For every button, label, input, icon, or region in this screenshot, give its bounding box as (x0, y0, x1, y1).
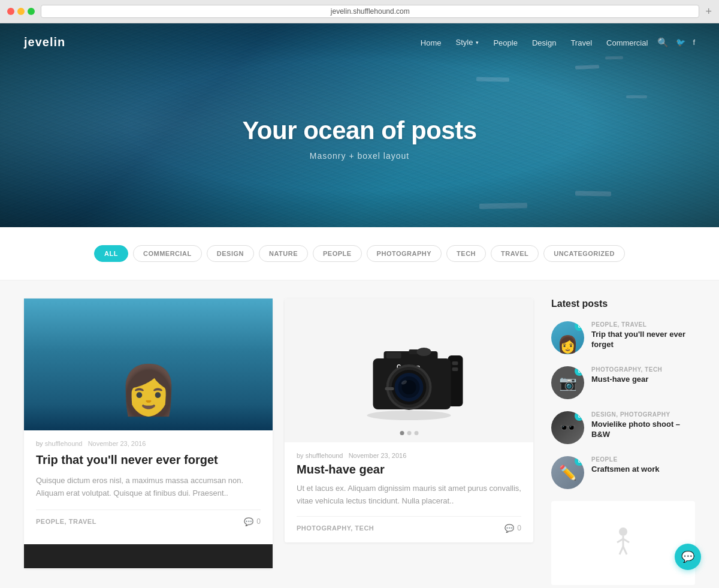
browser-dots (7, 8, 35, 15)
chat-button[interactable]: 💬 (675, 544, 701, 570)
nav-design[interactable]: Design (532, 38, 556, 47)
svg-rect-27 (385, 387, 394, 390)
post-1-date: November 23, 2016 (88, 440, 146, 447)
post-card-2-wrapper: Canon EOS 550 (285, 298, 533, 542)
latest-post-3-info: DESIGN, PHOTOGRAPHY Movielike photo shoo… (591, 411, 695, 440)
latest-post-3-badge: 0 (575, 411, 584, 421)
filter-commercial[interactable]: COMMERCIAL (133, 245, 202, 262)
filter-nature[interactable]: NATURE (259, 245, 308, 262)
latest-post-3-thumb[interactable]: 0 (551, 411, 584, 444)
chat-icon: 💬 (681, 550, 694, 563)
latest-post-2-title[interactable]: Must-have gear (591, 375, 662, 385)
svg-line-34 (620, 547, 623, 554)
svg-rect-28 (452, 361, 458, 365)
carousel-dot-2[interactable] (407, 431, 411, 435)
sidebar: Latest posts 0 PEOPLE, TRAVEL Trip that … (551, 298, 695, 585)
svg-rect-9 (144, 406, 153, 420)
post-1-comments[interactable]: 💬 0 (244, 517, 261, 526)
post-2-author: shufflehound (306, 452, 343, 459)
address-bar[interactable]: jevelin.shufflehound.com (41, 5, 699, 18)
svg-point-17 (417, 348, 431, 356)
post-1-image[interactable] (24, 298, 273, 430)
svg-rect-29 (452, 367, 458, 371)
nav-people[interactable]: People (493, 38, 517, 47)
latest-posts-title: Latest posts (551, 298, 695, 309)
hero-content: Your ocean of posts Masonry + boxel layo… (0, 61, 719, 227)
post-1-body: by shufflehound November 23, 2016 Trip t… (24, 430, 273, 538)
svg-point-6 (139, 380, 158, 395)
latest-post-2-info: PHOTOGRAPHY, TECH Must-have gear (591, 366, 662, 385)
nav-travel[interactable]: Travel (570, 38, 592, 47)
site-logo[interactable]: jevelin (24, 35, 65, 49)
nav-commercial[interactable]: Commercial (606, 38, 648, 47)
nav-style[interactable]: Style ▾ (456, 38, 479, 47)
latest-post-4-badge: 0 (575, 456, 584, 466)
filter-people[interactable]: PEOPLE (313, 245, 362, 262)
svg-rect-0 (24, 298, 273, 430)
post-1-title[interactable]: Trip that you'll never ever forget (36, 452, 261, 468)
post-1-tags[interactable]: PEOPLE, TRAVEL (36, 518, 96, 525)
latest-post-1-thumb[interactable]: 0 (551, 321, 584, 354)
post-1-author: shufflehound (45, 440, 83, 447)
post-2-footer: PHOTOGRAPHY, TECH 💬 0 (297, 516, 521, 533)
facebook-icon[interactable]: f (693, 38, 695, 47)
latest-post-1-title[interactable]: Trip that you'll never ever forget (591, 330, 695, 350)
post-2-tags[interactable]: PHOTOGRAPHY, TECH (297, 524, 374, 532)
filter-travel[interactable]: TRAVEL (491, 245, 539, 262)
latest-post-2: 0 PHOTOGRAPHY, TECH Must-have gear (551, 366, 695, 399)
filter-photography[interactable]: PHOTOGRAPHY (367, 245, 442, 262)
post-2-meta: by shufflehound November 23, 2016 (297, 452, 521, 459)
latest-post-4-category: PEOPLE (591, 456, 659, 463)
filter-all[interactable]: ALL (94, 245, 128, 262)
post-2-svg: Canon EOS 550 (285, 298, 533, 442)
post-1-svg (24, 298, 273, 430)
post-2-image[interactable]: Canon EOS 550 (285, 298, 533, 442)
browser-chrome: jevelin.shufflehound.com + (0, 0, 719, 23)
maximize-dot[interactable] (28, 8, 35, 15)
post-1-excerpt: Quisque dictum eros nisl, a maximus mass… (36, 475, 261, 500)
post-2-title[interactable]: Must-have gear (297, 463, 521, 477)
hero-subtitle: Masonry + boxel layout (310, 151, 409, 161)
navigation: jevelin Home Style ▾ People Design Trave… (0, 23, 719, 61)
filter-uncategorized[interactable]: UNCATEGORIZED (543, 245, 625, 262)
latest-post-4-title[interactable]: Craftsmen at work (591, 465, 659, 475)
svg-point-11 (367, 411, 451, 420)
twitter-icon[interactable]: 🐦 (676, 38, 685, 47)
filter-section: ALL COMMERCIAL DESIGN NATURE PEOPLE PHOT… (0, 227, 719, 281)
latest-post-3: 0 DESIGN, PHOTOGRAPHY Movielike photo sh… (551, 411, 695, 444)
nav-home[interactable]: Home (421, 38, 442, 47)
search-icon[interactable]: 🔍 (657, 37, 669, 48)
latest-post-2-thumb[interactable]: 0 (551, 366, 584, 399)
latest-post-4-thumb[interactable]: 0 (551, 456, 584, 489)
latest-post-3-title[interactable]: Movielike photo shoot – B&W (591, 420, 695, 440)
carousel-dots (400, 431, 418, 435)
post-1-dark-continuation (24, 544, 273, 568)
latest-post-1-category: PEOPLE, TRAVEL (591, 321, 695, 328)
post-1-meta: by shufflehound November 23, 2016 (36, 440, 261, 447)
minimize-dot[interactable] (17, 8, 25, 15)
post-card-1: by shufflehound November 23, 2016 Trip t… (24, 298, 273, 568)
filter-tech[interactable]: TECH (446, 245, 486, 262)
post-2-date: November 23, 2016 (349, 452, 407, 459)
post-1-comment-count: 0 (256, 517, 261, 526)
post-2-comment-count: 0 (517, 524, 521, 532)
new-tab-button[interactable]: + (705, 5, 712, 18)
latest-post-1-badge: 0 (575, 321, 584, 331)
hero-section: jevelin Home Style ▾ People Design Trave… (0, 23, 719, 227)
placeholder-figure-icon (611, 526, 635, 561)
figure-svg (611, 526, 635, 556)
sidebar-widget-placeholder (551, 501, 695, 585)
latest-post-4: 0 PEOPLE Craftsmen at work (551, 456, 695, 489)
carousel-dot-1[interactable] (400, 431, 404, 435)
svg-line-35 (623, 547, 627, 554)
close-dot[interactable] (7, 8, 14, 15)
post-2-comments[interactable]: 💬 0 (504, 524, 521, 533)
carousel-dot-3[interactable] (414, 431, 418, 435)
svg-point-7 (151, 376, 164, 390)
svg-point-5 (132, 385, 165, 418)
filter-design[interactable]: DESIGN (207, 245, 254, 262)
comment-icon-2: 💬 (504, 524, 514, 533)
latest-post-1-info: PEOPLE, TRAVEL Trip that you'll never ev… (591, 321, 695, 350)
svg-point-30 (619, 527, 627, 536)
main-content: by shufflehound November 23, 2016 Trip t… (0, 281, 719, 588)
